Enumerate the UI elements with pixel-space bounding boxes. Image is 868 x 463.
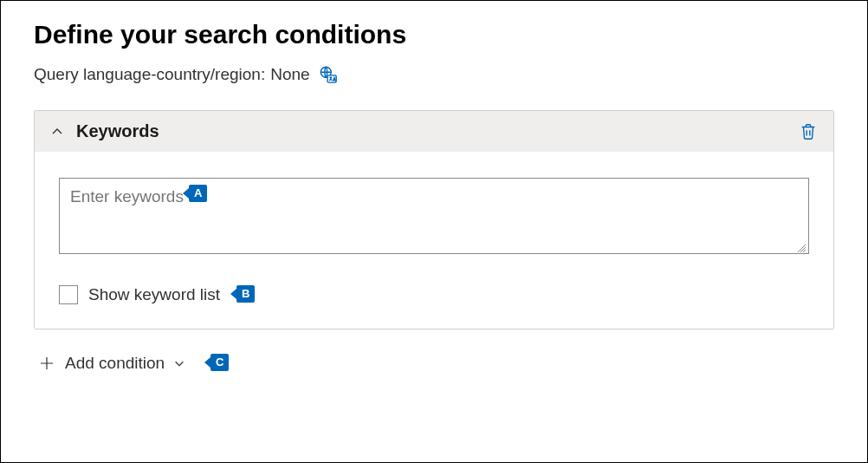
locale-label: Query language-country/region:	[34, 65, 265, 84]
keywords-input[interactable]	[59, 178, 809, 254]
show-keyword-list-label: Show keyword list	[88, 285, 220, 304]
annotation-a: A	[189, 185, 207, 202]
search-conditions-frame: Define your search conditions Query lang…	[0, 0, 868, 463]
language-icon[interactable]	[319, 65, 338, 84]
keywords-panel: Keywords A Show keyword list B	[34, 110, 834, 329]
add-condition-label: Add condition	[65, 354, 165, 373]
locale-row: Query language-country/region: None	[34, 65, 834, 84]
annotation-c: C	[211, 354, 229, 371]
plus-icon	[39, 355, 55, 371]
keywords-panel-title: Keywords	[76, 121, 799, 141]
annotation-b: B	[236, 285, 255, 303]
keywords-panel-header[interactable]: Keywords	[35, 111, 833, 152]
page-title: Define your search conditions	[34, 20, 834, 49]
delete-icon[interactable]	[799, 122, 818, 141]
chevron-down-icon	[173, 357, 185, 369]
show-keyword-list-checkbox[interactable]	[59, 285, 78, 304]
chevron-up-icon	[50, 125, 64, 139]
keywords-panel-body: A Show keyword list B	[35, 152, 833, 329]
add-condition-button[interactable]: Add condition C	[39, 354, 185, 373]
locale-value: None	[270, 65, 309, 84]
show-keyword-list-row[interactable]: Show keyword list B	[59, 285, 809, 304]
